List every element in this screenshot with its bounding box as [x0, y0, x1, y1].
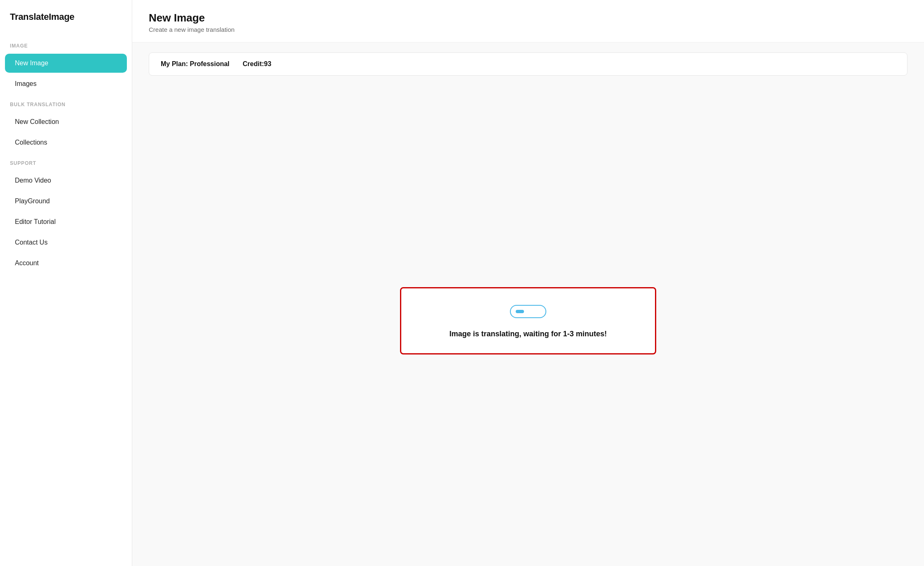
- main-header: New Image Create a new image translation: [132, 0, 924, 43]
- sidebar-item-playground[interactable]: PlayGround: [5, 192, 127, 211]
- page-subtitle: Create a new image translation: [149, 26, 907, 33]
- status-message: Image is translating, waiting for 1-3 mi…: [449, 330, 607, 338]
- sidebar-item-collections[interactable]: Collections: [5, 133, 127, 152]
- main-body: Image is translating, waiting for 1-3 mi…: [132, 76, 924, 566]
- sidebar-item-new-image[interactable]: New Image: [5, 54, 127, 73]
- section-label-image: IMAGE: [0, 36, 132, 53]
- sidebar-item-demo-video[interactable]: Demo Video: [5, 171, 127, 190]
- sidebar-item-new-collection[interactable]: New Collection: [5, 112, 127, 131]
- page-title: New Image: [149, 12, 907, 24]
- sidebar-item-images[interactable]: Images: [5, 74, 127, 93]
- sidebar: TranslateImage IMAGE New Image Images BU…: [0, 0, 132, 566]
- sidebar-item-editor-tutorial[interactable]: Editor Tutorial: [5, 212, 127, 231]
- plan-label: My Plan: Professional: [161, 60, 229, 68]
- section-label-support: SUPPORT: [0, 153, 132, 170]
- section-label-bulk: BULK TRANSLATION: [0, 94, 132, 112]
- plan-bar: My Plan: Professional Credit:93: [149, 52, 907, 76]
- main-content: New Image Create a new image translation…: [132, 0, 924, 566]
- loading-indicator: [510, 305, 546, 318]
- app-logo: TranslateImage: [0, 12, 132, 36]
- credit-label: Credit:93: [243, 60, 271, 68]
- sidebar-item-contact-us[interactable]: Contact Us: [5, 233, 127, 252]
- sidebar-item-account[interactable]: Account: [5, 254, 127, 273]
- translation-status-box: Image is translating, waiting for 1-3 mi…: [400, 287, 656, 354]
